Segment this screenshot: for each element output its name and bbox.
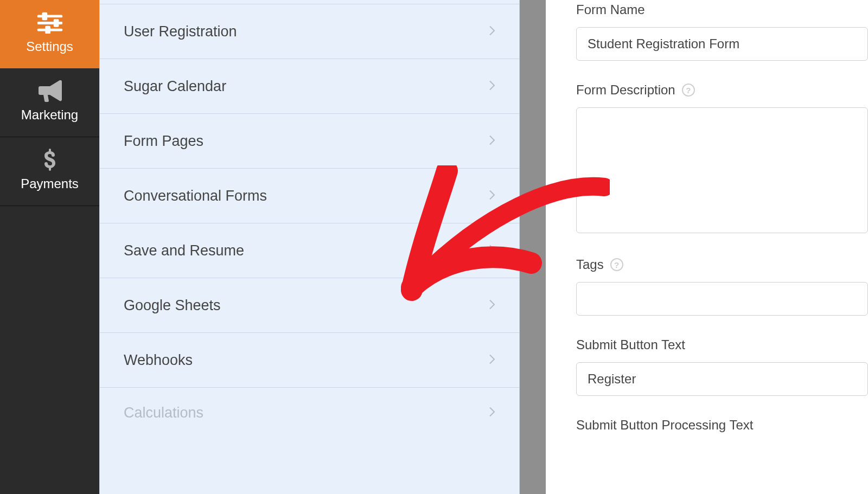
settings-item-user-registration[interactable]: User Registration xyxy=(100,4,519,59)
chevron-right-icon xyxy=(489,23,495,40)
settings-item-label: Form Pages xyxy=(124,133,203,150)
form-name-input[interactable] xyxy=(576,27,868,61)
sliders-icon xyxy=(34,12,66,34)
chevron-right-icon xyxy=(489,188,495,204)
chevron-right-icon xyxy=(489,352,495,369)
settings-item-save-and-resume[interactable]: Save and Resume xyxy=(100,223,519,278)
settings-item-label: Conversational Forms xyxy=(124,188,267,204)
tags-label: Tags ? xyxy=(576,257,868,272)
settings-item-form-pages[interactable]: Form Pages xyxy=(100,114,519,169)
svg-rect-3 xyxy=(53,19,59,27)
settings-item-conversational-forms[interactable]: Conversational Forms xyxy=(100,169,519,223)
help-icon[interactable]: ? xyxy=(682,84,695,97)
dollar-icon xyxy=(34,149,66,171)
nav-label-marketing: Marketing xyxy=(21,107,78,123)
settings-item-label: Google Sheets xyxy=(124,297,221,314)
chevron-right-icon xyxy=(489,297,495,314)
settings-item-label: Save and Resume xyxy=(124,242,244,259)
submit-button-text-label: Submit Button Text xyxy=(576,337,868,352)
form-description-label: Form Description ? xyxy=(576,82,868,98)
label-text: Submit Button Text xyxy=(576,337,685,352)
form-name-label: Form Name xyxy=(576,2,868,17)
settings-item-google-sheets[interactable]: Google Sheets xyxy=(100,278,519,333)
svg-rect-0 xyxy=(37,15,62,18)
panel-gap xyxy=(520,0,546,494)
settings-item-calculations[interactable]: Calculations xyxy=(100,388,519,438)
settings-item-label: User Registration xyxy=(124,23,237,40)
label-text: Form Name xyxy=(576,2,645,17)
chevron-right-icon xyxy=(489,405,495,421)
chevron-right-icon xyxy=(489,78,495,95)
nav-item-settings[interactable]: Settings xyxy=(0,0,99,68)
help-icon[interactable]: ? xyxy=(610,258,623,271)
nav-label-settings: Settings xyxy=(26,39,73,54)
chevron-right-icon xyxy=(489,133,495,150)
settings-item-label: Webhooks xyxy=(124,352,193,369)
svg-rect-5 xyxy=(45,26,50,34)
form-description-input[interactable] xyxy=(576,107,868,233)
settings-item-label: Sugar Calendar xyxy=(124,78,226,95)
bullhorn-icon xyxy=(34,80,66,102)
nav-item-payments[interactable]: Payments xyxy=(0,137,99,206)
form-panel: Form Name Form Description ? Tags ? Subm… xyxy=(546,0,868,494)
tags-input[interactable] xyxy=(576,282,868,316)
settings-item-partial-top xyxy=(100,0,519,4)
nav-rail: Settings Marketing Payments xyxy=(0,0,99,494)
settings-list: User Registration Sugar Calendar Form Pa… xyxy=(99,0,520,494)
settings-item-label: Calculations xyxy=(124,405,203,421)
label-text: Form Description xyxy=(576,82,675,98)
nav-label-payments: Payments xyxy=(21,176,79,191)
label-text: Tags xyxy=(576,257,604,272)
svg-rect-1 xyxy=(42,12,47,21)
submit-processing-text-label: Submit Button Processing Text xyxy=(576,418,868,433)
submit-button-text-input[interactable] xyxy=(576,362,868,396)
label-text: Submit Button Processing Text xyxy=(576,418,753,433)
settings-item-sugar-calendar[interactable]: Sugar Calendar xyxy=(100,59,519,114)
settings-item-webhooks[interactable]: Webhooks xyxy=(100,333,519,388)
chevron-right-icon xyxy=(489,242,495,259)
nav-item-marketing[interactable]: Marketing xyxy=(0,68,99,137)
